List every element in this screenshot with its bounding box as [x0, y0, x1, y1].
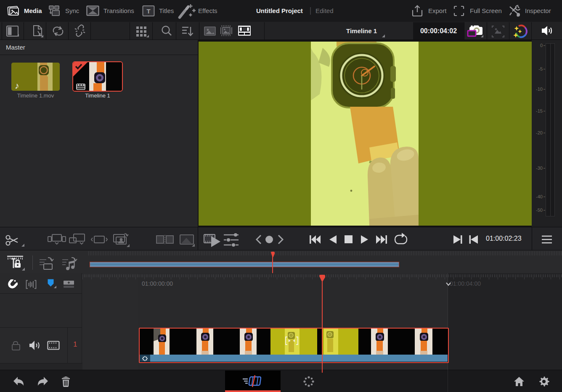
svg-text:T: T: [146, 8, 150, 15]
svg-text:♪: ♪: [15, 81, 19, 90]
